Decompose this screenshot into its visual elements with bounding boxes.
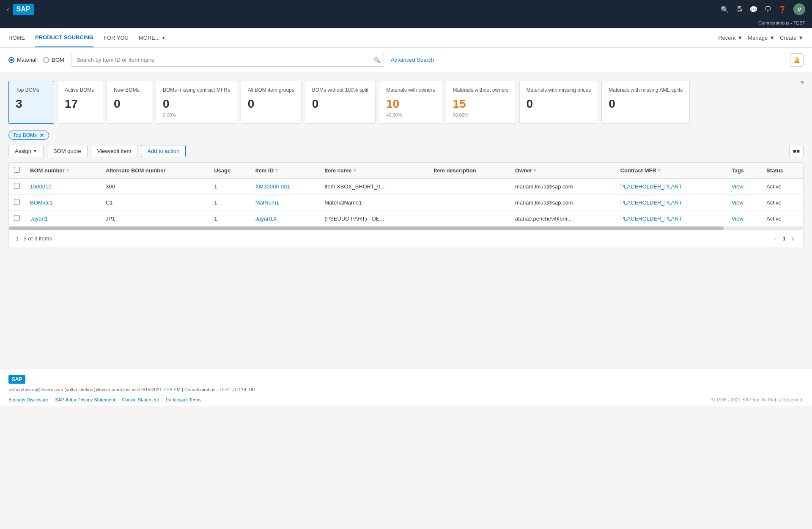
view-edit-button[interactable]: View/edit item <box>91 145 138 157</box>
stat-value-all-bom-item-groups: 0 <box>248 97 294 111</box>
current-page: 1 <box>782 235 785 242</box>
stat-value-materials-with-owners: 10 <box>386 97 435 111</box>
row2-contract-mfr: PLACEHOLDER_PLANT <box>615 194 727 210</box>
filter-tag-close-icon[interactable]: ✕ <box>39 132 44 138</box>
row3-item-id-link[interactable]: Jayan1X <box>255 215 277 222</box>
recent-chevron-icon: ▼ <box>737 35 743 41</box>
create-menu[interactable]: Create ▼ <box>780 35 804 41</box>
scrollbar-thumb[interactable] <box>9 226 724 230</box>
col-item-name-filter-icon[interactable]: ▿ <box>354 168 356 173</box>
stat-card-all-bom-item-groups[interactable]: All BOM item groups 0 <box>241 81 302 124</box>
active-filter-tag[interactable]: Top BOMs ✕ <box>8 131 49 140</box>
row2-status: Active <box>761 194 803 210</box>
chat-icon[interactable]: 💬 <box>749 5 758 14</box>
row3-bom-number-link[interactable]: Jayan1 <box>30 215 48 222</box>
radio-bom-label: BOM <box>52 57 64 63</box>
stat-card-materials-without-owners[interactable]: Materials without owners 15 60.00% <box>446 81 516 124</box>
cards-edit-icon[interactable]: ✎ <box>800 81 804 86</box>
col-status-label: Status <box>766 167 783 174</box>
row1-item-id-link[interactable]: XM30000-001 <box>255 183 290 190</box>
table-settings-button[interactable]: ■■ <box>789 145 804 157</box>
col-alt-bom-number: Alternate BOM number <box>101 163 209 179</box>
notification-button[interactable]: 🔔 <box>790 53 804 67</box>
stat-card-materials-missing-aml[interactable]: Materials with missing AML splits 0 <box>601 81 690 124</box>
stat-card-materials-missing-prices[interactable]: Materials with missing prices 0 <box>519 81 598 124</box>
create-chevron-icon: ▼ <box>798 35 804 41</box>
radio-material-label: Material <box>17 57 36 63</box>
nav-for-you[interactable]: FOR YOU <box>104 29 129 47</box>
stat-card-materials-with-owners[interactable]: Materials with owners 10 40.00% <box>379 81 442 124</box>
bom-quote-button[interactable]: BOM quote <box>47 145 88 157</box>
row1-bom-number-link[interactable]: 1500010 <box>30 183 52 190</box>
footer-security-link[interactable]: Security Disclosure <box>8 397 48 402</box>
print-icon[interactable]: 🖶 <box>736 5 743 13</box>
row2-item-description <box>428 194 510 210</box>
search-submit-icon[interactable]: 🔍 <box>374 57 381 63</box>
row2-contract-mfr-link[interactable]: PLACEHOLDER_PLANT <box>620 199 682 206</box>
horizontal-scrollbar[interactable] <box>9 226 803 230</box>
footer-participant-link[interactable]: Participant Terms <box>166 397 202 402</box>
stat-card-top-boms[interactable]: Top BOMs 3 <box>8 81 54 124</box>
row3-checkbox[interactable] <box>14 215 20 221</box>
filter-tag-label: Top BOMs <box>13 132 37 138</box>
row1-owner: mariam.lolua@sap.com <box>510 178 615 194</box>
comment-icon[interactable]: 🗩 <box>765 5 771 13</box>
help-icon[interactable]: ❓ <box>778 5 787 14</box>
top-nav-right: 🔍 🖶 💬 🗩 ❓ V <box>721 3 805 15</box>
stat-value-boms-missing-contract: 0 <box>163 97 230 111</box>
prev-page-button[interactable]: ‹ <box>772 234 779 243</box>
search-input[interactable] <box>71 53 384 67</box>
user-avatar[interactable]: V <box>793 3 805 15</box>
stat-title-materials-with-owners: Materials with owners <box>386 87 435 94</box>
row2-tags: View <box>727 194 762 210</box>
radio-material[interactable]: Material <box>8 57 36 63</box>
row1-item-id: XM30000-001 <box>250 178 320 194</box>
assign-button[interactable]: Assign ▼ <box>8 145 44 157</box>
col-item-id: Item ID ▿ <box>250 163 320 179</box>
sec-nav-right: Recent ▼ Manage ▼ Create ▼ <box>718 35 804 41</box>
advanced-search-link[interactable]: Advanced Search <box>391 57 434 63</box>
row2-checkbox[interactable] <box>14 199 20 205</box>
footer-cookie-link[interactable]: Cookie Statement <box>122 397 159 402</box>
row1-contract-mfr-link[interactable]: PLACEHOLDER_PLANT <box>620 183 682 190</box>
stat-card-new-boms[interactable]: New BOMs 0 <box>107 81 152 124</box>
recent-menu[interactable]: Recent ▼ <box>718 35 743 41</box>
col-item-id-filter-icon[interactable]: ▿ <box>275 168 278 173</box>
nav-product-sourcing[interactable]: PRODUCT SOURCING <box>35 28 93 47</box>
footer-privacy-link[interactable]: SAP Ariba Privacy Statement <box>55 397 115 402</box>
manage-menu[interactable]: Manage ▼ <box>748 35 775 41</box>
row1-status: Active <box>761 178 803 194</box>
nav-home[interactable]: HOME <box>8 29 25 47</box>
col-status: Status <box>761 163 803 179</box>
view-edit-label: View/edit item <box>97 148 132 154</box>
stat-card-active-boms[interactable]: Active BOMs 17 <box>58 81 103 124</box>
footer-sap-logo: SAP <box>8 375 25 384</box>
col-contract-mfr-filter-icon[interactable]: ▿ <box>658 168 661 173</box>
row1-tags-link[interactable]: View <box>732 183 743 190</box>
stat-title-top-boms: Top BOMs <box>16 87 47 94</box>
stat-card-boms-without-100[interactable]: BOMs without 100% split 0 <box>305 81 376 124</box>
row2-item-id-link[interactable]: MatNum1 <box>255 199 279 206</box>
add-to-action-button[interactable]: Add to action <box>141 145 186 157</box>
search-icon[interactable]: 🔍 <box>721 5 729 14</box>
stat-card-boms-missing-contract[interactable]: BOMs missing contract MFRs 0 0.00% <box>156 81 237 124</box>
row1-item-description <box>428 178 510 194</box>
row3-item-name: (PSEUDO PART) - DE... <box>319 210 428 226</box>
select-all-checkbox[interactable] <box>14 167 20 173</box>
sap-logo[interactable]: SAP <box>13 4 34 15</box>
top-nav-left: ‹ SAP <box>7 4 34 15</box>
manage-chevron-icon: ▼ <box>769 35 775 41</box>
col-owner-filter-icon[interactable]: ▿ <box>534 168 536 173</box>
row2-tags-link[interactable]: View <box>732 199 743 206</box>
col-bom-number-filter-icon[interactable]: ▿ <box>66 168 69 173</box>
row3-tags-link[interactable]: View <box>732 215 743 222</box>
row1-checkbox[interactable] <box>14 183 20 189</box>
row2-bom-number-link[interactable]: BOMval1 <box>30 199 52 206</box>
nav-more[interactable]: MORE... ▼ <box>139 29 166 47</box>
back-button[interactable]: ‹ <box>7 5 9 14</box>
next-page-button[interactable]: › <box>789 234 796 243</box>
action-bar: Assign ▼ BOM quote View/edit item Add to… <box>8 145 804 157</box>
radio-bom[interactable]: BOM <box>43 57 64 63</box>
row2-item-name: MaterialName1 <box>319 194 428 210</box>
row3-contract-mfr-link[interactable]: PLACEHOLDER_PLANT <box>620 215 682 222</box>
